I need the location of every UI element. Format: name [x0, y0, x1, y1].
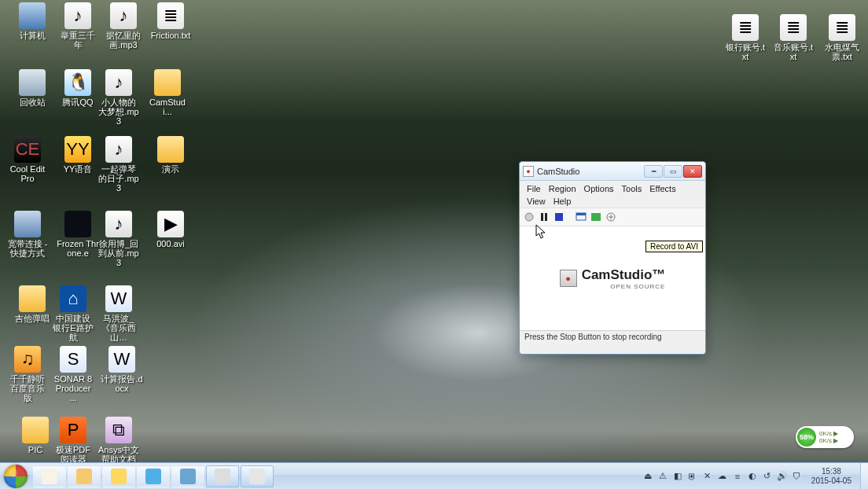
pin-ie[interactable]	[137, 465, 170, 487]
clock-time: 15:38	[822, 467, 841, 476]
icon-doc-music-icon: W	[105, 285, 132, 312]
record-button[interactable]	[523, 211, 535, 223]
icon-computer-icon	[19, 2, 46, 29]
pin-photo-icon	[180, 469, 196, 484]
desktop[interactable]: 计算机回收站CECool Edit Pro宽带连接 - 快捷方式吉他弹唱♫千千静…	[0, 0, 868, 489]
taskbar-clock[interactable]: 15:38 2015-04-05	[807, 467, 856, 486]
pin-qq-icon	[111, 469, 127, 484]
icon-mp3-1[interactable]: ♪举重三千年	[57, 2, 99, 50]
pin-folder-icon	[249, 469, 265, 484]
tray-icon-8[interactable]: ↺	[762, 471, 773, 482]
start-button[interactable]	[0, 463, 31, 490]
menu-file[interactable]: File	[523, 182, 545, 195]
system-tray: ⏏⚠◧⛨✕☁≡◐↺🔊⛉ 15:38 2015-04-05	[642, 463, 868, 490]
icon-qq-icon: 🐧	[64, 69, 91, 96]
stop-button[interactable]	[553, 211, 565, 223]
icon-broadband-icon	[14, 211, 41, 237]
tray-icon-1[interactable]: ⚠	[657, 471, 668, 482]
icon-sonar8[interactable]: SSONAR 8 Producer ...	[52, 346, 94, 403]
menu-tools[interactable]: Tools	[618, 182, 646, 195]
icon-camstudio-folder-icon	[154, 69, 181, 96]
tray-icon-9[interactable]: 🔊	[777, 471, 788, 482]
icon-friction-txt-icon: ≣	[157, 2, 184, 29]
svg-rect-1	[541, 213, 543, 221]
swf-button[interactable]	[590, 211, 602, 223]
icon-folder-guitar[interactable]: 吉他弹唱	[11, 285, 53, 323]
icon-folder-demo[interactable]: 演示	[149, 136, 192, 174]
icon-qianqian-icon: ♫	[14, 346, 41, 373]
menu-options[interactable]: Options	[580, 182, 618, 195]
icon-mp3-5-label: 徐用博_回到从前.mp3	[97, 239, 140, 267]
icon-mp3-4-label: 一起弹琴的日子.mp3	[97, 164, 140, 193]
icon-qq[interactable]: 🐧腾讯QQ	[57, 69, 99, 107]
icon-doc-music[interactable]: W马洪波_《音乐西山…	[97, 285, 140, 342]
icon-qianqian[interactable]: ♫千千静听百度音乐版	[6, 346, 49, 403]
tray-icon-3[interactable]: ⛨	[687, 471, 698, 482]
close-button[interactable]: ✕	[683, 165, 702, 178]
icon-broadband[interactable]: 宽带连接 - 快捷方式	[6, 211, 49, 258]
icon-frozen-throne-icon	[64, 211, 91, 237]
icon-ccb[interactable]: ⌂中国建设银行E路护航	[52, 285, 94, 342]
icon-mp3-3-label: 小人物的大梦想.mp3	[97, 97, 140, 126]
icon-mp3-2-icon: ♪	[110, 2, 137, 29]
icon-music-txt-icon: ≣	[780, 14, 807, 41]
tray-icon-5[interactable]: ☁	[717, 471, 728, 482]
tray-icon-7[interactable]: ◐	[747, 471, 758, 482]
icon-folder-pic[interactable]: PIC	[14, 417, 57, 454]
icon-pdf-reader[interactable]: P极速PDF阅读器	[52, 417, 94, 464]
menu-region[interactable]: Region	[545, 182, 580, 195]
icon-friction-txt[interactable]: ≣Friction.txt	[149, 2, 192, 40]
windows-orb-icon	[4, 465, 28, 488]
pin-qq[interactable]	[102, 465, 135, 487]
toggle-view-button[interactable]	[575, 211, 587, 223]
battery-widget[interactable]: 58% 0K/s ▶ 0K/s ▶	[796, 426, 854, 448]
icon-sonar8-label: SONAR 8 Producer ...	[52, 374, 94, 403]
icon-yy-icon: YY	[64, 136, 91, 163]
icon-bank-txt-label: 银行账号.txt	[724, 42, 767, 61]
svg-rect-2	[545, 213, 547, 221]
icon-frozen-throne-label: Frozen Throne.e	[57, 239, 99, 258]
menu-view[interactable]: View	[523, 195, 550, 208]
show-desktop-button[interactable]	[860, 463, 868, 490]
tray-icon-4[interactable]: ✕	[702, 471, 713, 482]
icon-cool-edit-pro[interactable]: CECool Edit Pro	[6, 136, 49, 183]
pin-app-a[interactable]	[33, 465, 66, 487]
icon-mp3-5[interactable]: ♪徐用博_回到从前.mp3	[97, 211, 140, 267]
maximize-button[interactable]: ▭	[664, 165, 682, 178]
icon-mp3-3[interactable]: ♪小人物的大梦想.mp3	[97, 69, 140, 126]
icon-mp3-3-icon: ♪	[105, 69, 132, 96]
icon-doc-report-label: 计算报告.docx	[101, 374, 143, 393]
svg-rect-3	[555, 213, 563, 221]
icon-mp3-4[interactable]: ♪一起弹琴的日子.mp3	[97, 136, 140, 193]
icon-bank-txt[interactable]: ≣银行账号.txt	[724, 14, 767, 61]
icon-camstudio-folder[interactable]: CamStudi...	[146, 69, 189, 116]
icon-folder-pic-label: PIC	[28, 445, 42, 454]
tray-icon-6[interactable]: ≡	[732, 471, 743, 482]
titlebar[interactable]: ● CamStudio ━ ▭ ✕	[520, 162, 705, 181]
pause-button[interactable]	[538, 211, 550, 223]
icon-music-txt[interactable]: ≣音乐账号.txt	[772, 14, 815, 61]
pin-photo[interactable]	[171, 465, 204, 487]
icon-yy[interactable]: YYYY语音	[57, 136, 99, 174]
icon-frozen-throne[interactable]: Frozen Throne.e	[57, 211, 99, 258]
icon-000-avi[interactable]: ▶000.avi	[149, 211, 192, 248]
pin-camstudio[interactable]	[206, 465, 239, 487]
icon-recycle-bin[interactable]: 回收站	[11, 69, 53, 107]
pin-ie-icon	[145, 469, 161, 484]
icon-broadband-label: 宽带连接 - 快捷方式	[6, 239, 49, 258]
menu-help[interactable]: Help	[550, 195, 576, 208]
pin-explorer[interactable]	[68, 465, 101, 487]
menubar: FileRegionOptionsToolsEffectsViewHelp	[520, 181, 705, 208]
minimize-button[interactable]: ━	[644, 165, 663, 178]
icon-mp3-2[interactable]: ♪据忆里的画.mp3	[102, 2, 145, 50]
tray-icon-10[interactable]: ⛉	[792, 471, 803, 482]
tray-icon-0[interactable]: ⏏	[642, 471, 653, 482]
icon-doc-report[interactable]: W计算报告.docx	[101, 346, 143, 393]
annotation-button[interactable]	[605, 211, 617, 223]
icon-bills-txt[interactable]: ≣水电煤气票.txt	[821, 14, 863, 61]
menu-effects[interactable]: Effects	[645, 182, 679, 195]
icon-computer[interactable]: 计算机	[11, 2, 53, 40]
window-title: CamStudio	[537, 167, 644, 176]
pin-folder[interactable]	[241, 465, 274, 487]
tray-icon-2[interactable]: ◧	[672, 471, 683, 482]
